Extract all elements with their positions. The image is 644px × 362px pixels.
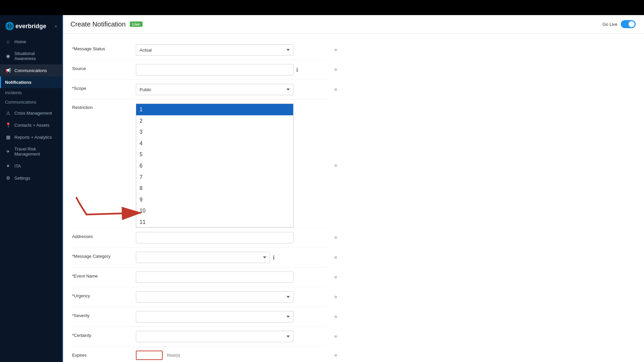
- urgency-control: [136, 291, 327, 303]
- sidebar-item-contacts-assets[interactable]: 📍 Contacts + Assets: [0, 119, 62, 131]
- settings-icon: ⚙: [5, 175, 11, 181]
- contacts-icon: 📍: [5, 122, 11, 128]
- form-row-severity: *Severity: [72, 307, 327, 327]
- severity-select[interactable]: [136, 311, 293, 322]
- urgency-select[interactable]: [136, 291, 293, 303]
- source-label: Source: [72, 64, 136, 71]
- expires-input-box[interactable]: [136, 351, 163, 360]
- message-category-input-area: ℹ: [136, 252, 327, 263]
- sidebar-item-label-comm-sub: Communications: [5, 100, 36, 105]
- main-wrapper: Create Notification Live Go Live *Messag…: [62, 15, 644, 362]
- message-status-dot: [334, 49, 337, 51]
- home-icon: ⌂: [5, 39, 11, 44]
- addresses-input[interactable]: [136, 232, 293, 243]
- expires-control: Hour(s): [136, 351, 327, 360]
- scope-control: Public Restricted Private: [136, 84, 327, 95]
- addresses-control: [136, 232, 327, 243]
- restriction-option-4[interactable]: 4: [136, 138, 293, 149]
- source-input-area: ℹ: [136, 64, 327, 75]
- form-row-addresses: Addresses: [72, 228, 327, 248]
- logo-icon: 🌐: [5, 22, 14, 31]
- form-row-restriction: Restriction 1 2 3 4 5 6 7 8 9 10 11: [72, 100, 327, 228]
- severity-label: *Severity: [72, 311, 136, 318]
- sidebar-item-home[interactable]: ⌂ Home: [0, 36, 62, 48]
- live-badge: Live: [130, 21, 143, 27]
- sidebar-item-label-home: Home: [14, 39, 26, 44]
- sidebar-item-label-ita: ITA: [14, 164, 21, 169]
- page-title: Create Notification: [70, 20, 126, 28]
- go-live-area: Go Live: [602, 20, 636, 28]
- source-control: ℹ: [136, 64, 327, 75]
- form-content: *Message Status Actual Exercise System T…: [62, 34, 337, 362]
- sidebar-logo-area: 🌐 everbridge «: [0, 18, 62, 36]
- scope-select[interactable]: Public Restricted Private: [136, 84, 293, 95]
- sidebar-item-communications[interactable]: 📢 Communications: [0, 64, 62, 76]
- sidebar-divider: [62, 15, 63, 362]
- restriction-dot: [334, 164, 337, 167]
- message-category-dot: [334, 256, 337, 259]
- sidebar-item-label-travel: Travel Risk Management: [14, 146, 57, 157]
- restriction-listbox[interactable]: 1 2 3 4 5 6 7 8 9 10 11 12 13 14: [136, 104, 293, 228]
- sidebar-item-situational-awareness[interactable]: ◉ Situational Awareness: [0, 48, 62, 64]
- source-info-icon[interactable]: ℹ: [296, 67, 298, 73]
- certainty-control: [136, 331, 327, 342]
- expires-label: Expires: [72, 351, 136, 358]
- sidebar-item-communications-sub[interactable]: Communications: [0, 98, 62, 107]
- travel-icon: ✈: [5, 149, 11, 154]
- restriction-option-7[interactable]: 7: [136, 172, 293, 183]
- certainty-select[interactable]: [136, 331, 293, 342]
- source-input[interactable]: [136, 64, 293, 75]
- sidebar-item-settings[interactable]: ⚙ Settings: [0, 172, 62, 184]
- restriction-option-8[interactable]: 8: [136, 183, 293, 194]
- expires-hours-label: Hour(s): [167, 353, 180, 358]
- crisis-icon: ⚠: [5, 110, 11, 116]
- restriction-option-1[interactable]: 1: [136, 104, 293, 115]
- restriction-option-11[interactable]: 11: [136, 217, 293, 228]
- urgency-label: *Urgency: [72, 291, 136, 298]
- message-status-control: Actual Exercise System Test Draft: [136, 44, 327, 56]
- sidebar-item-label-crisis: Crisis Management: [14, 111, 52, 116]
- sidebar-item-ita[interactable]: ✦ ITA: [0, 160, 62, 172]
- form-row-certainty: *Certainty: [72, 327, 327, 347]
- sidebar-item-travel-risk[interactable]: ✈ Travel Risk Management: [0, 143, 62, 160]
- sidebar-item-notifications[interactable]: Notifications: [0, 76, 62, 88]
- form-row-event-name: *Event Name: [72, 267, 327, 287]
- message-category-info-icon[interactable]: ℹ: [273, 254, 275, 261]
- message-category-select[interactable]: [136, 252, 270, 263]
- sidebar-item-label-notif: Notifications: [5, 80, 32, 85]
- expires-dot: [334, 354, 337, 357]
- event-name-dot: [334, 276, 337, 279]
- restriction-control: 1 2 3 4 5 6 7 8 9 10 11 12 13 14: [136, 104, 327, 228]
- restriction-option-3[interactable]: 3: [136, 126, 293, 138]
- certainty-label: *Certainty: [72, 331, 136, 338]
- restriction-option-10[interactable]: 10: [136, 205, 293, 217]
- sidebar-item-crisis-management[interactable]: ⚠ Crisis Management: [0, 107, 62, 119]
- sidebar: 🌐 everbridge « ⌂ Home ◉ Situational Awar…: [0, 15, 62, 362]
- header-bar: Create Notification Live Go Live: [62, 15, 644, 34]
- restriction-option-5[interactable]: 5: [136, 149, 293, 160]
- collapse-button[interactable]: «: [55, 24, 57, 28]
- message-status-select[interactable]: Actual Exercise System Test Draft: [136, 44, 293, 56]
- restriction-option-9[interactable]: 9: [136, 194, 293, 205]
- communications-icon: 📢: [5, 68, 11, 73]
- form-row-source: Source ℹ: [72, 60, 327, 80]
- form-row-urgency: *Urgency: [72, 287, 327, 307]
- urgency-dot: [334, 296, 337, 298]
- situational-awareness-icon: ◉: [5, 53, 11, 59]
- restriction-option-6[interactable]: 6: [136, 160, 293, 172]
- go-live-toggle[interactable]: [621, 20, 636, 28]
- form-row-expires: Expires Hour(s): [72, 347, 327, 362]
- message-category-control: ℹ: [136, 252, 327, 263]
- annotation-arrow: [62, 350, 72, 362]
- event-name-input[interactable]: [136, 272, 293, 283]
- reports-icon: ▦: [5, 134, 11, 140]
- sidebar-item-reports-analytics[interactable]: ▦ Reports + Analytics: [0, 131, 62, 143]
- sidebar-item-incidents[interactable]: Incidents: [0, 88, 62, 98]
- severity-control: [136, 311, 327, 322]
- ita-icon: ✦: [5, 163, 11, 169]
- message-category-label: *Message Category: [72, 252, 136, 259]
- scope-label: *Scope: [72, 84, 136, 91]
- sidebar-item-label-comm: Communications: [14, 68, 47, 73]
- restriction-option-2[interactable]: 2: [136, 115, 293, 127]
- header-title-area: Create Notification Live: [70, 20, 143, 28]
